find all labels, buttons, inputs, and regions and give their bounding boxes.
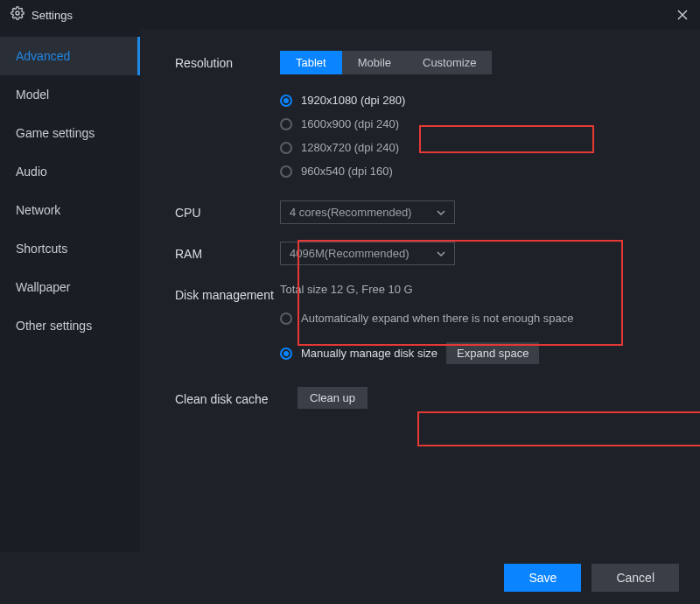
disk-info: Total size 12 G, Free 10 G xyxy=(280,283,676,296)
cancel-button[interactable]: Cancel xyxy=(592,564,679,592)
disk-auto-option[interactable]: Automatically expand when there is not e… xyxy=(280,306,676,330)
tab-customize[interactable]: Customize xyxy=(407,51,492,74)
sidebar-item-network[interactable]: Network xyxy=(0,191,140,229)
cleanup-button[interactable]: Clean up xyxy=(298,387,368,409)
sidebar-item-label: Network xyxy=(16,203,60,217)
radio-icon xyxy=(280,165,292,178)
radio-icon xyxy=(280,348,292,360)
cpu-label: CPU xyxy=(175,200,280,220)
resolution-option-960[interactable]: 960x540 (dpi 160) xyxy=(280,159,676,183)
clean-row: Clean disk cache Clean up xyxy=(175,387,676,409)
radio-label: 1920x1080 (dpi 280) xyxy=(301,94,405,107)
sidebar-item-label: Wallpaper xyxy=(16,280,71,294)
sidebar-item-model[interactable]: Model xyxy=(0,75,140,114)
content: Resolution Tablet Mobile Customize 1920x… xyxy=(140,30,700,551)
radio-label: Manually manage disk size xyxy=(301,347,438,360)
resolution-options: 1920x1080 (dpi 280) 1600x900 (dpi 240) 1… xyxy=(280,88,676,183)
sidebar-item-advanced[interactable]: Advanced xyxy=(0,37,140,75)
sidebar-item-shortcuts[interactable]: Shortcuts xyxy=(0,229,140,268)
sidebar-item-label: Other settings xyxy=(16,319,92,333)
resolution-label: Resolution xyxy=(175,51,280,70)
chevron-down-icon xyxy=(437,249,445,258)
radio-label: 1280x720 (dpi 240) xyxy=(301,141,399,154)
gear-icon xyxy=(10,6,24,24)
sidebar-item-label: Shortcuts xyxy=(16,242,67,256)
close-button[interactable] xyxy=(676,8,690,22)
tab-tablet[interactable]: Tablet xyxy=(280,51,342,74)
titlebar: Settings xyxy=(0,0,700,30)
resolution-option-1600[interactable]: 1600x900 (dpi 240) xyxy=(280,112,676,136)
ram-select[interactable]: 4096M(Recommended) xyxy=(280,242,455,265)
clean-value: Clean up xyxy=(298,387,676,409)
sidebar-item-audio[interactable]: Audio xyxy=(0,152,140,191)
resolution-option-1280[interactable]: 1280x720 (dpi 240) xyxy=(280,136,676,159)
sidebar-item-label: Model xyxy=(16,88,49,102)
window-title: Settings xyxy=(32,9,73,22)
sidebar-item-wallpaper[interactable]: Wallpaper xyxy=(0,268,140,306)
cpu-select-value: 4 cores(Recommended) xyxy=(290,206,411,219)
sidebar-item-other-settings[interactable]: Other settings xyxy=(0,306,140,345)
disk-manual-option[interactable]: Manually manage disk size Expand space xyxy=(280,337,676,369)
footer: Save Cancel xyxy=(0,551,700,604)
sidebar-item-label: Audio xyxy=(16,165,47,179)
resolution-tabs: Tablet Mobile Customize xyxy=(280,51,676,74)
sidebar-item-game-settings[interactable]: Game settings xyxy=(0,114,140,152)
save-button[interactable]: Save xyxy=(504,564,581,592)
highlight-disk-manual xyxy=(417,411,700,446)
chevron-down-icon xyxy=(437,208,445,217)
ram-row: RAM 4096M(Recommended) xyxy=(175,242,676,265)
radio-label: 960x540 (dpi 160) xyxy=(301,165,393,178)
radio-icon xyxy=(280,142,292,154)
radio-icon xyxy=(280,313,292,325)
main: Advanced Model Game settings Audio Netwo… xyxy=(0,30,700,551)
ram-value: 4096M(Recommended) xyxy=(280,242,676,265)
svg-point-0 xyxy=(16,11,19,15)
radio-icon xyxy=(280,118,292,130)
cpu-row: CPU 4 cores(Recommended) xyxy=(175,200,676,224)
radio-label: Automatically expand when there is not e… xyxy=(301,312,573,325)
cpu-value: 4 cores(Recommended) xyxy=(280,200,676,224)
resolution-row: Resolution Tablet Mobile Customize 1920x… xyxy=(175,51,676,183)
radio-label: 1600x900 (dpi 240) xyxy=(301,117,399,130)
sidebar-item-label: Game settings xyxy=(16,126,94,140)
cpu-select[interactable]: 4 cores(Recommended) xyxy=(280,200,455,224)
ram-select-value: 4096M(Recommended) xyxy=(290,247,410,260)
clean-label: Clean disk cache xyxy=(175,387,298,406)
ram-label: RAM xyxy=(175,242,280,261)
resolution-value: Tablet Mobile Customize 1920x1080 (dpi 2… xyxy=(280,51,676,183)
disk-row: Disk management Total size 12 G, Free 10… xyxy=(175,283,676,369)
disk-value: Total size 12 G, Free 10 G Automatically… xyxy=(280,283,676,369)
tab-mobile[interactable]: Mobile xyxy=(342,51,407,74)
radio-icon xyxy=(280,95,292,107)
disk-label: Disk management xyxy=(175,283,280,302)
titlebar-left: Settings xyxy=(10,6,73,24)
expand-space-button[interactable]: Expand space xyxy=(446,342,539,364)
close-icon xyxy=(677,10,688,20)
sidebar: Advanced Model Game settings Audio Netwo… xyxy=(0,30,140,551)
sidebar-item-label: Advanced xyxy=(16,49,70,63)
resolution-option-1920[interactable]: 1920x1080 (dpi 280) xyxy=(280,88,676,112)
